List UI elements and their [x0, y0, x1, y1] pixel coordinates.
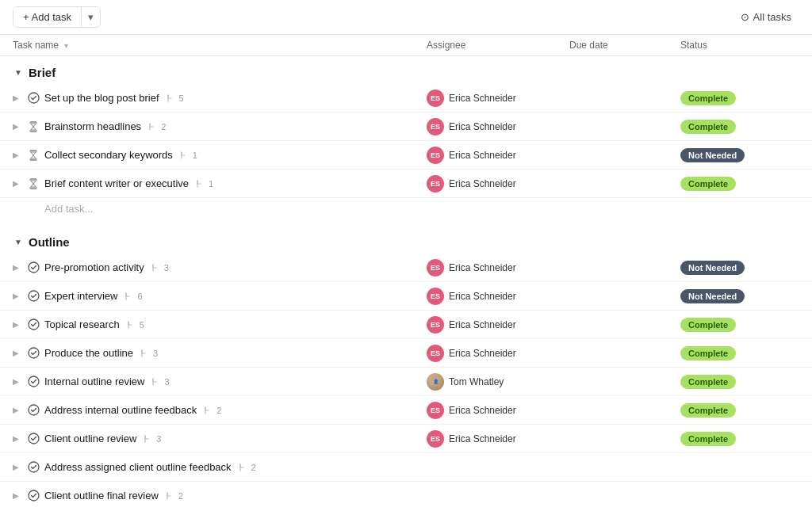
task-row[interactable]: ▶ Topical research 5 ES Erica Schneider: [0, 311, 812, 339]
avatar: ES: [427, 316, 444, 334]
task-row[interactable]: ▶ Expert interview 6 ES Erica Schneider: [0, 282, 812, 311]
expand-arrow-icon[interactable]: ▶: [13, 349, 22, 357]
task-name[interactable]: Internal outline review: [44, 376, 144, 387]
task-row[interactable]: ▶ Produce the outline 3 ES Erica Schneid…: [0, 339, 812, 368]
assignee-name: Erica Schneider: [449, 291, 516, 302]
task-row[interactable]: ▶ Brief content writer or executive 1 ES…: [0, 170, 812, 198]
avatar: 👤: [427, 373, 444, 391]
status-badge: Not Needed: [680, 289, 745, 303]
assignee-name: Erica Schneider: [449, 93, 516, 104]
task-name-cell: ▶ Address assigned client outline feedba…: [13, 456, 427, 479]
expand-arrow-icon[interactable]: ▶: [13, 377, 22, 386]
expand-arrow-icon[interactable]: ▶: [13, 320, 22, 329]
status-badge: Not Needed: [680, 261, 745, 275]
section-chevron-icon: ▼: [13, 67, 24, 78]
section-chevron-icon: ▼: [13, 237, 24, 248]
expand-arrow-icon[interactable]: ▶: [13, 151, 22, 159]
avatar: ES: [427, 118, 444, 135]
subtask-count: 3: [152, 263, 169, 273]
task-row[interactable]: ▶ Client outline review 3 ES Erica Schne…: [0, 425, 812, 453]
task-name-cell: ▶ Brainstorm headlines 2: [13, 116, 427, 138]
expand-arrow-icon[interactable]: ▶: [13, 406, 22, 414]
subtask-count: 5: [128, 320, 144, 330]
assignee-cell: ES Erica Schneider: [427, 288, 569, 305]
task-name[interactable]: Brainstorm headlines: [44, 120, 141, 132]
svg-point-15: [29, 319, 39, 330]
task-name[interactable]: Brief content writer or executive: [44, 177, 189, 189]
task-name-header[interactable]: Task name ▾: [13, 40, 427, 51]
expand-arrow-icon[interactable]: ▶: [13, 263, 22, 272]
all-tasks-button[interactable]: ⊙ All tasks: [733, 7, 799, 27]
task-name[interactable]: Expert interview: [44, 290, 117, 302]
task-row[interactable]: ▶ Address internal outline feedback 2 ES…: [0, 396, 812, 425]
task-row[interactable]: ▶ Collect secondary keywords 1 ES Erica …: [0, 141, 812, 170]
status-cell: Not Needed: [680, 261, 799, 275]
expand-arrow-icon[interactable]: ▶: [13, 463, 22, 471]
task-row[interactable]: ▶ Set up the blog post brief 5 ES Erica …: [0, 84, 812, 112]
svg-point-14: [29, 291, 39, 301]
assignee-name: Erica Schneider: [449, 178, 516, 189]
task-name[interactable]: Topical research: [44, 318, 120, 330]
expand-arrow-icon[interactable]: ▶: [13, 122, 22, 131]
svg-point-18: [29, 405, 39, 415]
assignee-name: Erica Schneider: [449, 405, 516, 416]
svg-point-0: [29, 93, 39, 103]
avatar: ES: [427, 345, 444, 362]
task-name[interactable]: Set up the blog post brief: [44, 92, 159, 104]
task-name-cell: ▶ Set up the blog post brief 5: [13, 87, 427, 109]
task-name-cell: ▶ Address internal outline feedback 2: [13, 399, 427, 421]
section-header-outline[interactable]: ▼ Outline: [0, 226, 812, 254]
assignee-cell: ES Erica Schneider: [427, 147, 569, 164]
expand-arrow-icon[interactable]: ▶: [13, 179, 22, 188]
section-header-brief[interactable]: ▼ Brief: [0, 56, 812, 84]
expand-arrow-icon[interactable]: ▶: [13, 434, 22, 443]
section-title: Outline: [29, 235, 70, 249]
top-bar: + Add task ▾ ⊙ All tasks: [0, 0, 812, 35]
task-row[interactable]: ▶ Address assigned client outline feedba…: [0, 453, 812, 482]
status-badge: Complete: [680, 346, 736, 360]
svg-point-21: [29, 490, 39, 501]
all-tasks-label: All tasks: [753, 11, 791, 23]
assignee-cell: ES Erica Schneider: [427, 402, 569, 419]
add-task-row-brief[interactable]: Add task...: [0, 198, 812, 219]
task-row[interactable]: ▶ Pre-promotion activity 3 ES Erica Schn…: [0, 254, 812, 282]
task-name[interactable]: Address assigned client outline feedback: [44, 461, 232, 473]
sort-icon: ▾: [64, 41, 68, 50]
subtask-count: 2: [167, 491, 183, 501]
task-name[interactable]: Client outline final review: [44, 490, 159, 501]
task-status-icon: [27, 92, 40, 105]
subtask-count: 3: [141, 349, 158, 358]
task-status-icon: [27, 149, 40, 162]
status-cell: Complete: [680, 432, 799, 446]
expand-arrow-icon[interactable]: ▶: [13, 93, 22, 102]
task-row[interactable]: ▶ Brainstorm headlines 2 ES Erica Schnei…: [0, 112, 812, 141]
task-name[interactable]: Collect secondary keywords: [44, 149, 173, 161]
task-row[interactable]: ▶ Internal outline review 3 👤 Tom Whatle…: [0, 368, 812, 396]
subtask-count: 2: [149, 122, 166, 132]
subtask-count: 5: [167, 93, 184, 103]
assignee-name: Erica Schneider: [449, 150, 516, 161]
task-name-cell: ▶ Expert interview 6: [13, 285, 427, 307]
task-name[interactable]: Pre-promotion activity: [44, 261, 144, 273]
status-badge: Complete: [680, 432, 736, 446]
svg-point-13: [29, 262, 39, 273]
subtask-count: 6: [125, 292, 142, 301]
add-task-dropdown-button[interactable]: ▾: [82, 7, 100, 27]
task-row[interactable]: ▶ Client outline final review 2: [0, 482, 812, 507]
subtask-count: 2: [239, 463, 256, 472]
task-status-icon: [27, 376, 40, 388]
task-name[interactable]: Produce the outline: [44, 347, 133, 359]
task-status-icon: [27, 404, 40, 417]
expand-arrow-icon[interactable]: ▶: [13, 491, 22, 500]
add-task-button[interactable]: + Add task: [13, 7, 82, 27]
task-status-icon: [27, 318, 40, 331]
task-name-cell: ▶ Produce the outline 3: [13, 342, 427, 364]
task-name[interactable]: Client outline review: [44, 433, 136, 444]
task-name[interactable]: Address internal outline feedback: [44, 404, 197, 416]
svg-point-20: [29, 462, 39, 472]
expand-arrow-icon[interactable]: ▶: [13, 292, 22, 300]
svg-point-19: [29, 433, 39, 444]
status-badge: Complete: [680, 91, 736, 105]
section-title: Brief: [29, 66, 56, 79]
subtask-count: 3: [144, 434, 161, 444]
